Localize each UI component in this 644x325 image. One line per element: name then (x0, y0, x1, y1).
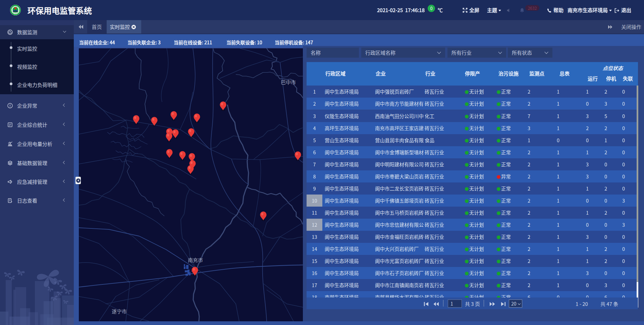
svg-text:遂宁市: 遂宁市 (112, 308, 127, 315)
